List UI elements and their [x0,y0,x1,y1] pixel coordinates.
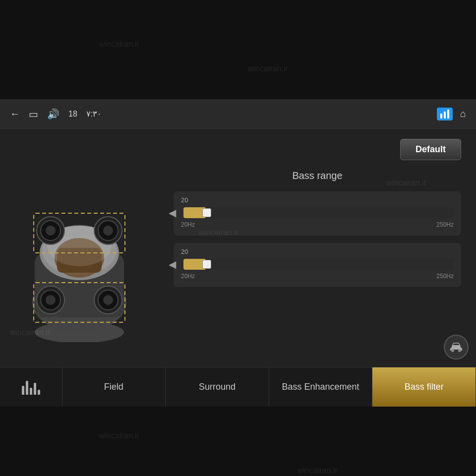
status-right: ⌂ [437,108,466,120]
default-button[interactable]: Default [400,139,461,160]
car-icon-corner[interactable] [444,335,469,359]
tab-eq-icon[interactable] [0,367,62,407]
svg-point-25 [451,349,454,352]
svg-rect-0 [440,114,442,119]
home-icon[interactable]: ⌂ [460,108,466,119]
slider-1-arrow: ◀ [169,207,176,219]
stats-badge[interactable] [437,108,453,120]
svg-rect-2 [447,110,449,119]
status-left: ← ▭ 🔊 18 ۷:۳۰ [10,108,437,120]
volume-icon: 🔊 [47,108,60,120]
watermark7: wincairan.ir [298,466,338,475]
slider-1-min: 20Hz [181,221,195,228]
slider-1-value: 20 [181,196,454,204]
main-content: wincairan.ir Default Bass range 20 ◀ 20H… [0,129,476,367]
watermark2: wincairan.ir [248,64,288,73]
slider-2-min: 20Hz [181,273,195,280]
slider-1-container: 20 ◀ 20Hz 250Hz [174,191,461,236]
slider-1-track[interactable] [183,207,454,218]
car-svg [15,154,144,342]
eq-bar-1 [22,386,24,395]
slider-2-track[interactable] [183,259,454,270]
eq-bar-4 [34,383,36,395]
tab-surround-label: Surround [199,382,236,392]
eq-bar-3 [30,388,32,395]
tab-bar: Field Surround Bass Enhancement Bass fil… [0,367,476,407]
top-area: wincairan.ir wincairan.ir [0,0,476,99]
watermark: wincairan.ir [99,40,139,49]
bottom-area: wincairan.ir wincairan.ir [0,407,476,476]
eq-bar-2 [26,381,28,395]
status-bar: ← ▭ 🔊 18 ۷:۳۰ ⌂ [0,99,476,129]
watermark6: wincairan.ir [99,431,139,440]
tab-bass-enhancement[interactable]: Bass Enhancement [269,367,373,407]
slider-1-wrapper: ◀ [181,207,454,219]
tab-bass-filter-label: Bass filter [405,382,444,392]
slider-1-thumb[interactable] [202,208,211,217]
svg-point-16 [103,226,113,236]
eq-bar-5 [38,390,40,395]
slider-2-labels: 20Hz 250Hz [181,273,454,280]
slider-2-max: 250Hz [436,273,454,280]
back-icon[interactable]: ← [10,108,20,119]
tab-bass-filter[interactable]: Bass filter [372,367,476,407]
slider-2-value: 20 [181,248,454,255]
tab-field[interactable]: Field [62,367,166,407]
slider-2-container: 20 ◀ 20Hz 250Hz [174,243,461,287]
svg-point-19 [46,295,56,305]
svg-point-13 [46,226,56,236]
tab-surround[interactable]: Surround [166,367,269,407]
slider-1-labels: 20Hz 250Hz [181,221,454,228]
volume-value: 18 [68,110,77,119]
svg-point-22 [103,295,113,305]
slider-2-arrow: ◀ [169,258,176,270]
slider-1-max: 250Hz [436,221,454,228]
slider-2-thumb[interactable] [202,260,211,269]
tab-bass-enhancement-label: Bass Enhancement [282,382,359,392]
window-icon[interactable]: ▭ [29,108,38,120]
svg-rect-1 [444,112,446,119]
slider-2-wrapper: ◀ [181,258,454,270]
time-display: ۷:۳۰ [86,109,102,119]
controls-panel: Default Bass range 20 ◀ 20Hz 250Hz 20 ◀ [159,129,476,367]
section-title: Bass range [174,170,461,181]
svg-point-26 [458,349,461,352]
tab-field-label: Field [104,382,123,392]
eq-icon [22,380,40,395]
top-row: Default [174,139,461,160]
car-panel: wincairan.ir [0,129,159,367]
